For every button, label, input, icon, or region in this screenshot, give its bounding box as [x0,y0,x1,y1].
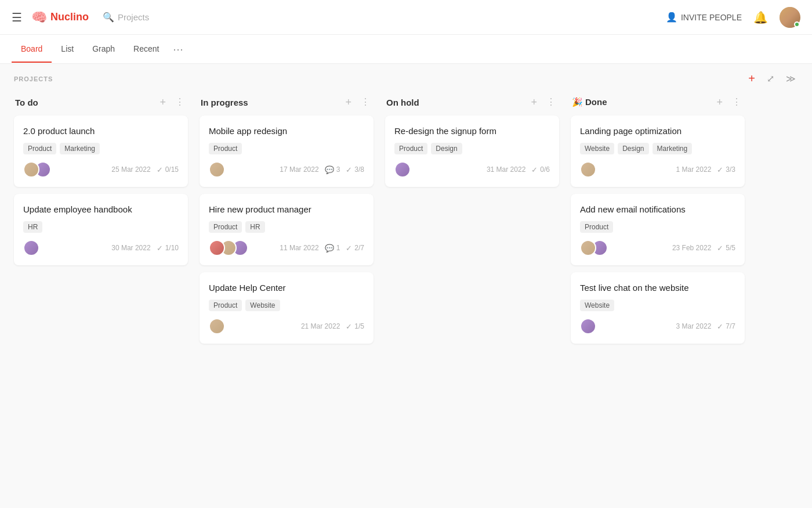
card-date: 30 Mar 2022 [111,244,150,252]
card-date: 21 Mar 2022 [301,322,340,330]
card-tag: Website [245,300,280,311]
card-stats: 💬 3 ✓ 3/8 [325,165,364,174]
card-avatars [580,318,596,334]
add-card-button-todo[interactable]: + [157,96,168,109]
card-c4[interactable]: Hire new product manager ProductHR 11 Ma… [200,194,374,265]
card-footer: 21 Mar 2022 ✓ 1/5 [209,318,364,334]
collapse-board-button[interactable]: ≫ [784,72,798,85]
column-menu-button-done[interactable]: ⋮ [730,96,744,108]
check-icon: ✓ [717,322,723,331]
card-footer-right: 21 Mar 2022 ✓ 1/5 [301,322,364,331]
card-tags: Product [209,143,364,154]
check-count: 0/6 [540,165,550,174]
card-title: Mobile app redesign [209,125,364,137]
card-c2[interactable]: Update employee handbook HR 30 Mar 2022 … [14,194,188,265]
notification-bell-icon[interactable]: 🔔 [753,10,768,24]
tab-board[interactable]: Board [12,36,52,63]
search-placeholder-text: Projects [118,12,149,22]
invite-label: INVITE PEOPLE [681,13,742,22]
card-tag: Product [394,143,427,154]
logo[interactable]: 🧠 Nuclino [31,10,89,25]
logo-text: Nuclino [50,11,89,23]
header: ☰ 🧠 Nuclino 🔍 Projects 👤 INVITE PEOPLE 🔔 [0,0,812,35]
logo-icon: 🧠 [31,10,47,25]
comment-icon: 💬 [325,165,334,174]
card-stats: ✓ 7/7 [717,322,735,331]
tab-list[interactable]: List [52,36,83,63]
card-tag: Website [580,300,614,311]
card-footer: 23 Feb 2022 ✓ 5/5 [580,240,735,256]
card-tags: ProductMarketing [23,143,179,154]
card-tag: Product [209,300,242,311]
board-actions: + ⤢ ≫ [746,71,798,87]
column-title-inprogress: In progress [201,98,248,107]
card-tag: Design [431,143,462,154]
more-tabs-icon[interactable]: ⋯ [168,35,188,64]
board-section-title: PROJECTS [14,75,53,82]
card-date: 11 Mar 2022 [280,244,318,252]
card-avatar [209,161,225,178]
add-card-button-done[interactable]: + [714,96,725,109]
card-c5[interactable]: Update Help Center ProductWebsite 21 Mar… [200,272,374,344]
menu-icon[interactable]: ☰ [12,10,22,24]
expand-board-button[interactable]: ⤢ [764,72,777,85]
card-c9[interactable]: Test live chat on the website Website 3 … [571,272,745,344]
tab-graph[interactable]: Graph [83,36,124,63]
checklist-stat: ✓ 3/8 [346,165,364,174]
check-count: 2/7 [354,244,364,252]
column-header-inprogress: In progress + ⋮ [200,96,374,109]
column-menu-button-inprogress[interactable]: ⋮ [358,96,372,108]
add-column-button[interactable]: + [746,71,757,87]
add-card-button-onhold[interactable]: + [528,96,539,109]
card-tag: Product [23,143,56,154]
card-c8[interactable]: Add new email notifications Product 23 F… [571,194,745,265]
check-count: 5/5 [726,244,735,252]
header-right: 👤 INVITE PEOPLE 🔔 [666,7,800,28]
card-c6[interactable]: Re-design the signup form ProductDesign … [385,116,559,187]
card-avatar [23,240,39,256]
card-title: Add new email notifications [580,203,735,215]
add-card-button-inprogress[interactable]: + [343,96,354,109]
checklist-stat: ✓ 0/15 [157,165,179,174]
card-footer: 30 Mar 2022 ✓ 1/10 [23,240,179,256]
search-area[interactable]: 🔍 Projects [103,12,149,23]
checklist-stat: ✓ 2/7 [346,244,364,253]
card-date: 31 Mar 2022 [487,165,525,174]
card-footer-right: 31 Mar 2022 ✓ 0/6 [487,165,550,174]
card-avatar [23,161,39,178]
column-title: On hold [386,98,419,107]
card-avatars [580,161,596,178]
card-c1[interactable]: 2.0 product launch ProductMarketing 25 M… [14,116,188,187]
column-menu-button-todo[interactable]: ⋮ [173,96,187,108]
card-avatars [580,240,608,256]
checklist-stat: ✓ 1/10 [157,244,179,253]
card-title: Hire new product manager [209,203,364,215]
card-avatar [580,161,596,178]
tab-recent[interactable]: Recent [124,36,168,63]
online-status-dot [794,21,800,27]
card-footer: 11 Mar 2022 💬 1 ✓ 2/7 [209,240,364,256]
column-onhold: On hold + ⋮ Re-design the signup form Pr… [385,96,559,194]
check-count: 7/7 [726,322,735,330]
check-icon: ✓ [157,165,163,174]
user-avatar-container[interactable] [780,7,800,28]
card-date: 17 Mar 2022 [280,165,318,174]
card-footer: 31 Mar 2022 ✓ 0/6 [394,161,550,178]
card-c3[interactable]: Mobile app redesign Product 17 Mar 2022 … [200,116,374,187]
column-title-done: 🎉Done [572,97,607,107]
header-left: ☰ 🧠 Nuclino 🔍 Projects [12,10,149,25]
search-icon: 🔍 [103,12,114,23]
card-stats: ✓ 1/5 [346,322,364,331]
card-c7[interactable]: Landing page optimization WebsiteDesignM… [571,116,745,187]
card-footer: 25 Mar 2022 ✓ 0/15 [23,161,179,178]
card-footer-right: 23 Feb 2022 ✓ 5/5 [672,244,735,253]
checklist-stat: ✓ 3/3 [717,165,735,174]
card-avatars [394,161,411,178]
card-title: Landing page optimization [580,125,735,137]
column-menu-button-onhold[interactable]: ⋮ [544,96,558,108]
check-icon: ✓ [531,165,538,174]
card-avatar [580,240,596,256]
invite-people-button[interactable]: 👤 INVITE PEOPLE [666,12,742,23]
check-icon: ✓ [346,244,352,253]
card-avatar [580,318,596,334]
